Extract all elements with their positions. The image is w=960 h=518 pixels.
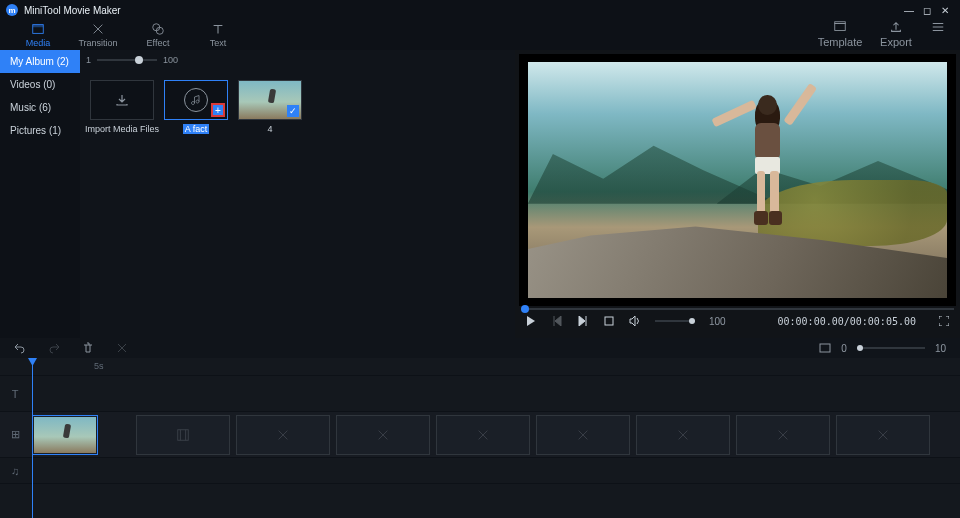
app-logo: m xyxy=(6,4,18,16)
svg-rect-8 xyxy=(178,429,189,440)
transition-slot-icon xyxy=(576,428,590,442)
svg-rect-6 xyxy=(605,317,613,325)
svg-rect-1 xyxy=(33,25,44,28)
window-minimize-button[interactable]: — xyxy=(900,5,918,16)
timeline-ruler[interactable]: 5s xyxy=(0,358,960,376)
video-track[interactable]: ⊞ xyxy=(0,412,960,458)
sidebar-item-pictures[interactable]: Pictures (1) xyxy=(0,119,80,142)
volume-value: 100 xyxy=(709,316,726,327)
tab-label: Media xyxy=(26,38,51,48)
empty-clip-slot[interactable] xyxy=(736,415,830,455)
effect-icon xyxy=(151,22,165,36)
empty-clip-slot[interactable] xyxy=(536,415,630,455)
timeline: 5s T ⊞ ♫ xyxy=(0,358,960,518)
album-item-audio[interactable]: + A fact xyxy=(164,80,228,134)
export-label: Export xyxy=(880,36,912,48)
album-item-caption: 4 xyxy=(267,124,272,134)
music-icon xyxy=(184,88,208,112)
sidebar-item-my-album[interactable]: My Album (2) xyxy=(0,50,80,73)
export-button[interactable]: Export xyxy=(868,20,924,48)
album-item-caption: A fact xyxy=(183,124,210,134)
thumbnail-size-slider-row: 1 100 xyxy=(80,50,515,70)
thumbnail-size-slider[interactable] xyxy=(97,59,157,61)
preview-image xyxy=(528,62,948,299)
video-track-icon: ⊞ xyxy=(0,428,30,441)
menu-button[interactable] xyxy=(924,20,952,34)
app-title: MiniTool Movie Maker xyxy=(24,5,121,16)
undo-button[interactable] xyxy=(14,342,26,354)
fit-to-screen-button[interactable] xyxy=(819,342,831,354)
stop-button[interactable] xyxy=(603,315,615,327)
svg-rect-7 xyxy=(820,344,830,352)
tab-effect[interactable]: Effect xyxy=(128,20,188,50)
tab-label: Transition xyxy=(78,38,117,48)
svg-rect-4 xyxy=(835,24,846,31)
volume-slider[interactable] xyxy=(655,320,695,322)
time-display: 00:00:00.00/00:00:05.00 xyxy=(778,316,916,327)
preview-progress[interactable] xyxy=(521,308,954,310)
ruler-tick: 5s xyxy=(94,361,104,371)
transition-icon xyxy=(91,22,105,36)
video-clip[interactable] xyxy=(32,415,98,455)
audio-track[interactable]: ♫ xyxy=(0,458,960,484)
tab-label: Text xyxy=(210,38,227,48)
empty-clip-slot[interactable] xyxy=(136,415,230,455)
zoom-min: 0 xyxy=(841,343,847,354)
album-panel: 1 100 Import Media Files + A fact xyxy=(80,50,515,338)
text-track-icon: T xyxy=(0,388,30,400)
tab-transition[interactable]: Transition xyxy=(68,20,128,50)
text-track[interactable]: T xyxy=(0,376,960,412)
transition-slot-icon xyxy=(276,428,290,442)
transition-slot-icon xyxy=(376,428,390,442)
import-media-tile[interactable]: Import Media Files xyxy=(90,80,154,134)
edit-toolbar: 0 10 xyxy=(0,338,960,358)
preview-panel: 100 00:00:00.00/00:00:05.00 xyxy=(515,50,960,338)
sidebar-item-music[interactable]: Music (6) xyxy=(0,96,80,119)
transition-slot-icon xyxy=(876,428,890,442)
export-icon xyxy=(889,20,903,34)
zoom-max: 10 xyxy=(935,343,946,354)
template-button[interactable]: Template xyxy=(812,20,868,48)
import-icon xyxy=(114,92,130,108)
used-in-timeline-badge: ✓ xyxy=(287,105,299,117)
preview-stage xyxy=(519,54,956,306)
empty-clip-slot[interactable] xyxy=(836,415,930,455)
slider-max: 100 xyxy=(163,55,178,65)
fullscreen-button[interactable] xyxy=(938,315,950,327)
film-icon xyxy=(176,428,190,442)
sidebar: My Album (2) Videos (0) Music (6) Pictur… xyxy=(0,50,80,338)
step-forward-button[interactable] xyxy=(577,315,589,327)
import-caption: Import Media Files xyxy=(85,124,159,134)
text-icon xyxy=(211,22,225,36)
hamburger-icon xyxy=(931,20,945,34)
window-close-button[interactable]: ✕ xyxy=(936,5,954,16)
redo-button[interactable] xyxy=(48,342,60,354)
empty-clip-slot[interactable] xyxy=(336,415,430,455)
transition-slot-icon xyxy=(476,428,490,442)
titlebar: m MiniTool Movie Maker — ◻ ✕ xyxy=(0,0,960,20)
tab-text[interactable]: Text xyxy=(188,20,248,50)
empty-clip-slot[interactable] xyxy=(236,415,330,455)
empty-clip-slot[interactable] xyxy=(636,415,730,455)
sidebar-item-videos[interactable]: Videos (0) xyxy=(0,73,80,96)
audio-track-icon: ♫ xyxy=(0,465,30,477)
template-icon xyxy=(833,20,847,34)
template-label: Template xyxy=(818,36,863,48)
transition-slot-icon xyxy=(676,428,690,442)
zoom-slider[interactable] xyxy=(857,347,925,349)
empty-clip-slot[interactable] xyxy=(436,415,530,455)
tab-media[interactable]: Media xyxy=(8,20,68,50)
window-maximize-button[interactable]: ◻ xyxy=(918,5,936,16)
svg-rect-5 xyxy=(835,22,846,24)
media-icon xyxy=(31,22,45,36)
album-item-photo[interactable]: ✓ 4 xyxy=(238,80,302,134)
play-button[interactable] xyxy=(525,315,537,327)
delete-button[interactable] xyxy=(82,342,94,354)
split-button[interactable] xyxy=(116,342,128,354)
slider-min: 1 xyxy=(86,55,91,65)
main-toolbar: Media Transition Effect Text Template Ex… xyxy=(0,20,960,50)
tab-label: Effect xyxy=(147,38,170,48)
add-to-timeline-badge[interactable]: + xyxy=(211,103,225,117)
step-back-button[interactable] xyxy=(551,315,563,327)
volume-button[interactable] xyxy=(629,315,641,327)
